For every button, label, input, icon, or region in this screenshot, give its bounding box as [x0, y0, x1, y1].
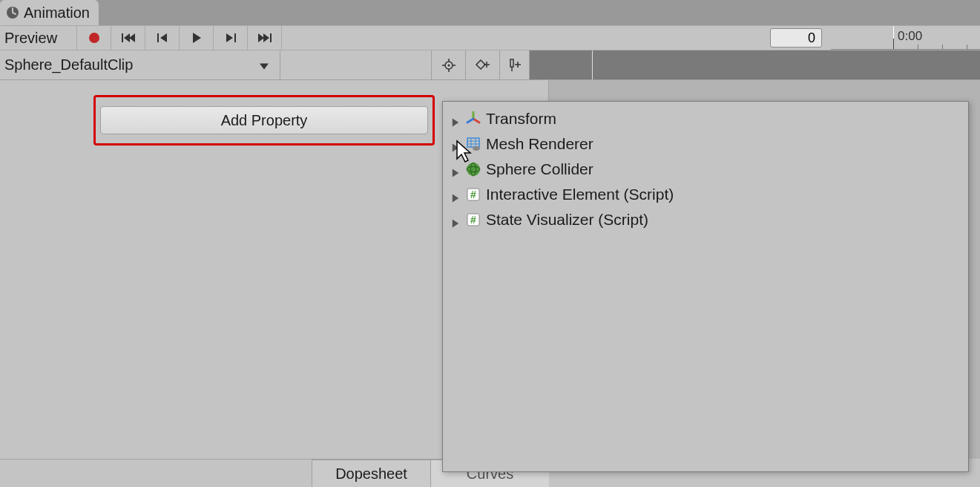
- add-event-button[interactable]: [500, 50, 530, 79]
- record-icon: [88, 31, 101, 45]
- play-icon: [191, 32, 202, 44]
- event-plus-icon: [507, 58, 522, 73]
- samples-area: [280, 50, 432, 79]
- add-property-label: Add Property: [221, 112, 308, 129]
- record-button[interactable]: [77, 26, 111, 50]
- highlight-box: Add Property: [93, 95, 435, 146]
- svg-marker-4: [129, 33, 135, 42]
- script-icon: #: [465, 186, 481, 203]
- svg-text:#: #: [470, 214, 476, 226]
- svg-point-37: [473, 146, 480, 151]
- next-keyframe-button[interactable]: [214, 26, 248, 50]
- svg-marker-27: [453, 118, 458, 126]
- popup-item-label: Mesh Renderer: [486, 135, 593, 153]
- ruler-label: 0:00: [898, 29, 922, 44]
- filter-by-selection-button[interactable]: [432, 50, 466, 79]
- mesh-renderer-icon: [465, 136, 481, 152]
- play-button[interactable]: [180, 26, 214, 50]
- dopesheet-label: Dopesheet: [335, 465, 407, 483]
- chevron-down-icon: [259, 56, 269, 73]
- popup-item-label: State Visualizer (Script): [486, 211, 648, 229]
- last-frame-button[interactable]: [248, 26, 282, 50]
- svg-marker-31: [453, 143, 458, 151]
- svg-rect-5: [157, 33, 159, 42]
- clock-icon: [6, 6, 19, 19]
- clip-row: Sphere_DefaultClip: [0, 50, 980, 80]
- add-property-button[interactable]: Add Property: [100, 106, 428, 134]
- popup-item-sphere-collider[interactable]: Sphere Collider: [443, 157, 968, 182]
- tab-title: Animation: [24, 4, 90, 22]
- animation-tab[interactable]: Animation: [0, 0, 99, 25]
- svg-marker-8: [226, 33, 233, 42]
- preview-button[interactable]: Preview: [0, 26, 77, 50]
- diamond-plus-icon: [475, 58, 491, 73]
- expand-arrow-icon: [450, 139, 461, 149]
- popup-item-interactive-element[interactable]: # Interactive Element (Script): [443, 182, 968, 207]
- timeline-track-header[interactable]: [530, 50, 980, 79]
- expand-arrow-icon: [450, 189, 461, 200]
- svg-marker-13: [260, 63, 269, 69]
- timeline-ruler[interactable]: 0:00 0:05 0:10: [831, 26, 980, 50]
- svg-rect-32: [467, 138, 479, 147]
- popup-item-label: Sphere Collider: [486, 160, 593, 178]
- sphere-collider-icon: [465, 161, 481, 177]
- popup-item-mesh-renderer[interactable]: Mesh Renderer: [443, 131, 968, 157]
- add-keyframe-button[interactable]: [466, 50, 500, 79]
- clip-dropdown[interactable]: Sphere_DefaultClip: [0, 50, 280, 79]
- svg-line-30: [467, 119, 473, 122]
- svg-point-39: [467, 163, 480, 176]
- first-frame-button[interactable]: [111, 26, 145, 50]
- svg-marker-11: [263, 33, 269, 42]
- svg-text:#: #: [470, 189, 476, 200]
- svg-rect-12: [270, 33, 272, 42]
- dopesheet-tab[interactable]: Dopesheet: [312, 460, 430, 487]
- skip-start-icon: [121, 32, 136, 44]
- svg-rect-23: [510, 59, 513, 67]
- prev-key-icon: [157, 32, 168, 44]
- svg-point-1: [89, 33, 99, 43]
- svg-rect-9: [234, 33, 236, 42]
- transform-icon: [465, 111, 481, 127]
- script-icon: #: [465, 212, 481, 228]
- popup-item-transform[interactable]: Transform: [443, 106, 968, 131]
- playback-toolbar: Preview 0:00 0:05 0:10: [0, 25, 980, 50]
- frame-input[interactable]: [770, 28, 822, 48]
- crosshair-icon: [441, 58, 456, 73]
- popup-item-label: Transform: [486, 110, 556, 128]
- tab-bar: Animation: [0, 0, 980, 25]
- svg-point-15: [447, 64, 450, 66]
- svg-marker-10: [258, 33, 264, 42]
- clip-name: Sphere_DefaultClip: [4, 56, 133, 73]
- popup-item-label: Interactive Element (Script): [486, 186, 674, 203]
- svg-marker-6: [160, 33, 167, 42]
- svg-marker-45: [453, 219, 458, 227]
- svg-rect-2: [122, 33, 123, 42]
- svg-marker-38: [453, 169, 458, 177]
- svg-marker-42: [453, 194, 458, 202]
- popup-item-state-visualizer[interactable]: # State Visualizer (Script): [443, 207, 968, 232]
- frame-field-wrap: [282, 26, 831, 50]
- prev-keyframe-button[interactable]: [145, 26, 180, 50]
- expand-arrow-icon: [450, 164, 461, 174]
- next-key-icon: [225, 32, 237, 44]
- add-property-popup: Transform Mesh Renderer Sphere Collider: [442, 101, 969, 472]
- svg-marker-3: [124, 33, 130, 42]
- preview-label: Preview: [4, 30, 57, 47]
- svg-marker-7: [193, 33, 201, 43]
- expand-arrow-icon: [450, 215, 461, 225]
- skip-end-icon: [257, 32, 272, 44]
- expand-arrow-icon: [450, 114, 461, 124]
